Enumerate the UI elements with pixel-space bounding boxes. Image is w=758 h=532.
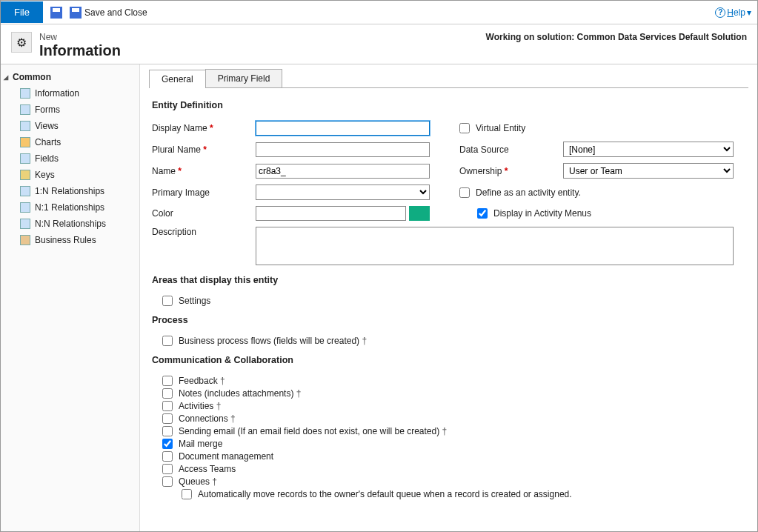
settings-label: Settings <box>179 296 210 306</box>
queues-checkbox[interactable] <box>162 476 173 487</box>
sidebar-group-common[interactable]: Common <box>1 69 139 85</box>
bpf-label: Business process flows (fields will be c… <box>179 336 367 346</box>
ownership-select[interactable]: User or Team <box>563 163 734 179</box>
section-process: Process <box>152 315 742 325</box>
virtual-entity-label: Virtual Entity <box>476 123 525 133</box>
auto-queue-label: Automatically move records to the owner'… <box>198 489 572 499</box>
rel-n1-icon <box>20 202 30 213</box>
file-menu[interactable]: File <box>1 1 43 23</box>
display-activity-menus-label: Display in Activity Menus <box>493 208 591 219</box>
label-display-name: Display Name <box>152 123 256 133</box>
label-name: Name <box>152 166 256 176</box>
rel-nn-icon <box>20 219 30 229</box>
sidebar-item-business-rules[interactable]: Business Rules <box>1 232 139 248</box>
sidebar-item-n1-relationships[interactable]: N:1 Relationships <box>1 199 139 216</box>
save-icon <box>50 7 62 19</box>
access-teams-checkbox[interactable] <box>162 464 173 474</box>
document-management-checkbox[interactable] <box>162 451 173 462</box>
label-plural-name: Plural Name <box>152 144 256 155</box>
sidebar-item-charts[interactable]: Charts <box>1 134 139 150</box>
color-input[interactable] <box>256 206 406 221</box>
activities-checkbox[interactable] <box>162 401 173 411</box>
connections-label: Connections <box>179 413 236 424</box>
feedback-label: Feedback <box>179 376 225 386</box>
save-and-close-button[interactable]: Save and Close <box>70 7 147 19</box>
section-areas: Areas that display this entity <box>152 275 742 285</box>
define-activity-checkbox[interactable] <box>459 187 470 198</box>
connections-checkbox[interactable] <box>162 413 173 424</box>
save-close-icon <box>70 7 82 19</box>
forms-icon <box>20 104 30 115</box>
notes-checkbox[interactable] <box>162 388 173 399</box>
notes-label: Notes (includes attachments) <box>179 388 301 399</box>
display-name-input[interactable] <box>256 121 430 136</box>
settings-checkbox[interactable] <box>162 296 173 306</box>
fields-icon <box>20 153 30 164</box>
color-swatch[interactable] <box>409 206 430 221</box>
feedback-checkbox[interactable] <box>162 376 173 386</box>
sidebar-item-nn-relationships[interactable]: N:N Relationships <box>1 216 139 232</box>
views-icon <box>20 121 30 131</box>
entity-icon: ⚙ <box>11 32 32 53</box>
tab-general[interactable]: General <box>149 70 206 88</box>
define-activity-label: Define as an activity entity. <box>476 187 581 198</box>
save-close-label: Save and Close <box>84 7 147 18</box>
sidebar-item-keys[interactable]: Keys <box>1 167 139 183</box>
data-source-select[interactable]: [None] <box>563 142 734 157</box>
label-ownership: Ownership <box>459 166 563 176</box>
access-teams-label: Access Teams <box>179 464 236 474</box>
save-button[interactable] <box>50 7 62 19</box>
rules-icon <box>20 235 30 245</box>
virtual-entity-checkbox[interactable] <box>459 123 470 133</box>
content-scroll[interactable]: Entity Definition Display Name Virtual E… <box>140 88 757 532</box>
mail-merge-label: Mail merge <box>179 439 222 449</box>
help-label: Help <box>727 7 745 18</box>
label-primary-image: Primary Image <box>152 187 256 198</box>
description-textarea[interactable] <box>256 227 734 265</box>
header-subtitle: New <box>39 32 121 42</box>
info-icon <box>20 88 30 99</box>
sidebar-item-1n-relationships[interactable]: 1:N Relationships <box>1 183 139 199</box>
queues-label: Queues <box>179 476 217 487</box>
sidebar-item-fields[interactable]: Fields <box>1 150 139 167</box>
tab-primary-field[interactable]: Primary Field <box>205 69 283 87</box>
activities-label: Activities <box>179 401 221 411</box>
sidebar-item-views[interactable]: Views <box>1 118 139 134</box>
help-icon: ? <box>715 7 725 18</box>
label-data-source: Data Source <box>459 144 563 155</box>
plural-name-input[interactable] <box>256 142 430 157</box>
sidebar-item-information[interactable]: Information <box>1 85 139 102</box>
primary-image-select[interactable] <box>256 184 430 200</box>
rel-1n-icon <box>20 186 30 196</box>
sidebar-item-forms[interactable]: Forms <box>1 102 139 118</box>
page-title: Information <box>39 42 121 59</box>
name-input[interactable] <box>256 164 430 179</box>
keys-icon <box>20 170 30 180</box>
sidebar: Common Information Forms Views Charts Fi… <box>1 64 140 532</box>
section-communication: Communication & Collaboration <box>152 355 742 365</box>
label-color: Color <box>152 208 256 219</box>
charts-icon <box>20 137 30 147</box>
sending-email-label: Sending email (If an email field does no… <box>179 426 447 436</box>
chevron-down-icon: ▾ <box>747 7 751 18</box>
sending-email-checkbox[interactable] <box>162 426 173 436</box>
label-description: Description <box>152 227 256 237</box>
mail-merge-checkbox[interactable] <box>162 439 173 449</box>
section-entity-definition: Entity Definition <box>152 100 742 110</box>
document-management-label: Document management <box>179 451 273 462</box>
help-link[interactable]: ? Help ▾ <box>715 7 751 18</box>
auto-queue-checkbox[interactable] <box>182 489 192 499</box>
solution-context: Working on solution: Common Data Service… <box>486 32 747 42</box>
display-activity-menus-checkbox[interactable] <box>477 208 488 219</box>
bpf-checkbox[interactable] <box>162 336 173 346</box>
